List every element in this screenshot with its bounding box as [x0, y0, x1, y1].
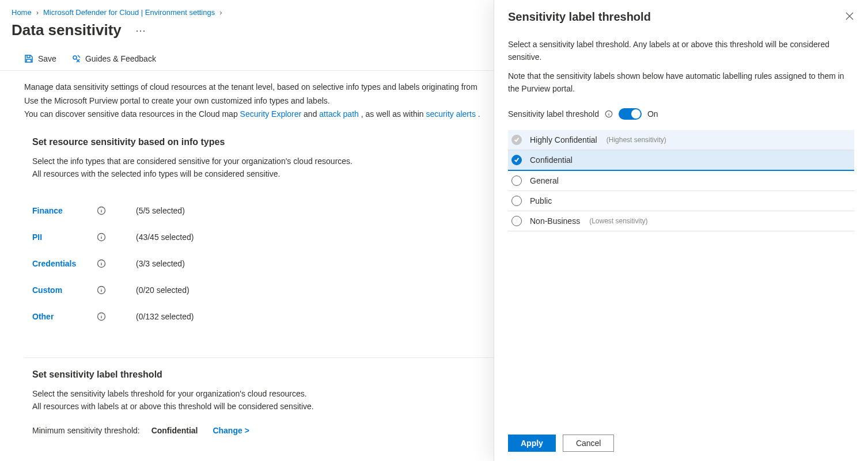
section-info-types: Set resource sensitivity based on info t… [24, 137, 540, 330]
section-info-types-desc1: Select the info types that are considere… [24, 155, 540, 168]
intro-line1: Manage data sensitivity settings of clou… [24, 82, 477, 92]
main-content: Manage data sensitivity settings of clou… [0, 71, 564, 341]
threshold-option-list: Highly Confidential(Highest sensitivity)… [508, 130, 854, 231]
breadcrumb-defender[interactable]: Microsoft Defender for Cloud | Environme… [43, 8, 215, 17]
sensitivity-threshold-panel: Sensitivity label threshold Select a sen… [494, 0, 868, 461]
guides-feedback-button[interactable]: Guides & Feedback [71, 54, 156, 63]
page-title: Data sensitivity [12, 21, 122, 39]
info-type-count: (5/5 selected) [111, 206, 185, 215]
info-type-row: Other(0/132 selected) [32, 303, 540, 330]
more-menu-button[interactable]: ⋯ [132, 24, 150, 37]
info-icon[interactable] [97, 233, 111, 242]
option-label: General [530, 176, 559, 185]
info-type-row: Custom(0/20 selected) [32, 277, 540, 303]
link-security-explorer[interactable]: Security Explorer [240, 109, 302, 119]
info-type-link[interactable]: PII [32, 233, 97, 242]
info-type-row: Credentials(3/3 selected) [32, 250, 540, 277]
section-threshold-heading: Set sensitivity label threshold [24, 369, 540, 380]
radio-icon [511, 196, 522, 206]
chevron-right-icon: › [36, 8, 39, 17]
info-type-count: (3/3 selected) [111, 259, 185, 268]
toggle-state: On [647, 109, 658, 119]
intro-mid1: and [304, 109, 319, 119]
threshold-toggle[interactable] [619, 108, 642, 120]
option-label: Confidential [530, 155, 573, 165]
threshold-option[interactable]: Highly Confidential(Highest sensitivity) [508, 130, 854, 150]
panel-title: Sensitivity label threshold [508, 10, 651, 24]
section-threshold-desc2: All resources with labels at or above th… [24, 401, 540, 413]
info-type-count: (43/45 selected) [111, 233, 194, 242]
section-threshold: Set sensitivity label threshold Select t… [24, 369, 540, 435]
section-info-types-heading: Set resource sensitivity based on info t… [24, 137, 540, 147]
info-icon[interactable] [605, 110, 613, 118]
intro-end: . [478, 109, 480, 119]
radio-icon [511, 155, 522, 165]
intro-mid2: , as well as within [361, 109, 426, 119]
option-label: Non-Business [530, 216, 580, 226]
info-type-link[interactable]: Credentials [32, 259, 97, 268]
section-threshold-desc1: Select the sensitivity labels threshold … [24, 388, 540, 401]
info-type-link[interactable]: Finance [32, 206, 97, 215]
threshold-option[interactable]: Non-Business(Lowest sensitivity) [508, 211, 854, 231]
min-threshold-label: Minimum sensitivity threshold: [32, 426, 140, 435]
save-button[interactable]: Save [24, 54, 56, 63]
option-hint: (Lowest sensitivity) [589, 217, 647, 225]
apply-button[interactable]: Apply [508, 435, 556, 452]
radio-icon [511, 176, 522, 186]
info-type-link[interactable]: Custom [32, 285, 97, 295]
intro-line3-pre: You can discover sensitive data resource… [24, 109, 240, 119]
save-label: Save [38, 54, 56, 63]
min-threshold-value: Confidential [151, 426, 198, 435]
option-label: Public [530, 196, 552, 205]
cancel-button[interactable]: Cancel [563, 435, 615, 452]
info-type-row: PII(43/45 selected) [32, 224, 540, 250]
radio-icon [511, 135, 522, 145]
info-icon[interactable] [97, 285, 111, 295]
breadcrumb-home[interactable]: Home [12, 8, 32, 17]
info-type-row: Finance(5/5 selected) [32, 197, 540, 224]
guides-label: Guides & Feedback [85, 54, 156, 63]
save-icon [24, 54, 33, 63]
chevron-right-icon: › [219, 8, 222, 17]
info-type-link[interactable]: Other [32, 312, 97, 321]
info-icon[interactable] [97, 259, 111, 268]
threshold-option[interactable]: Public [508, 191, 854, 211]
close-icon[interactable] [845, 12, 854, 22]
change-threshold-link[interactable]: Change > [213, 426, 249, 435]
info-icon[interactable] [97, 206, 111, 215]
info-type-list: Finance(5/5 selected)PII(43/45 selected)… [24, 197, 540, 330]
threshold-option[interactable]: General [508, 171, 854, 191]
intro-line2: Use the Microsoft Purview portal to crea… [24, 95, 540, 108]
option-hint: (Highest sensitivity) [607, 136, 666, 144]
svg-point-0 [73, 56, 77, 59]
toggle-label: Sensitivity label threshold [508, 109, 599, 119]
link-security-alerts[interactable]: security alerts [426, 109, 476, 119]
panel-desc-2: Note that the sensitivity labels shown b… [508, 70, 854, 95]
info-icon[interactable] [97, 312, 111, 321]
option-label: Highly Confidential [530, 135, 597, 144]
guides-icon [71, 54, 81, 63]
link-attack-path[interactable]: attack path [319, 109, 359, 119]
info-type-count: (0/132 selected) [111, 312, 194, 321]
panel-desc-1: Select a sensitivity label threshold. An… [508, 39, 854, 63]
info-type-count: (0/20 selected) [111, 285, 189, 295]
threshold-option[interactable]: Confidential [508, 150, 854, 171]
section-info-types-desc2: All resources with the selected info typ… [24, 168, 540, 181]
radio-icon [511, 216, 522, 226]
